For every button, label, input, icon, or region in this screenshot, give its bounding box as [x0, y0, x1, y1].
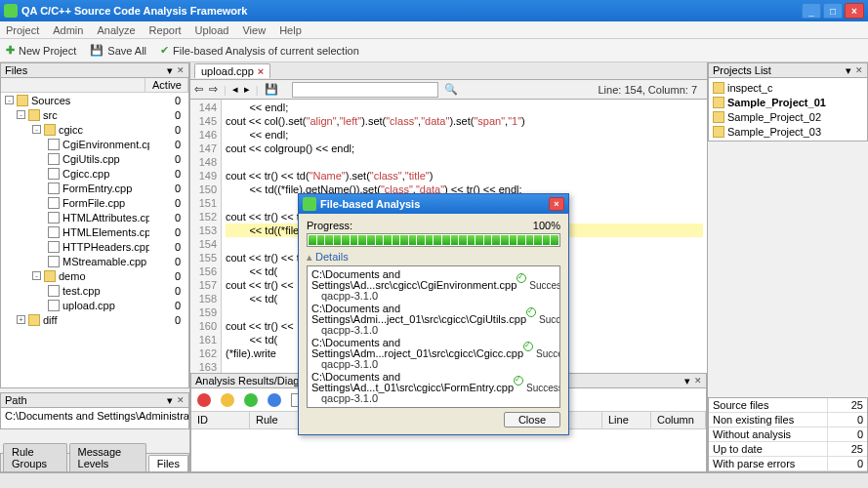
menu-help[interactable]: Help [279, 24, 302, 36]
editor-toolbar: ⇦ ⇨ | ◂ ▸ | 💾 🔍 Line: 154, Column: 7 [190, 80, 707, 100]
save-all-button[interactable]: 💾Save All [90, 44, 146, 57]
analysis-file-list[interactable]: C:\Documents and Settings\Ad...src\cgicc… [307, 265, 560, 408]
analysis-file-row[interactable]: C:\Documents and Settings\Adm...ect_01\s… [310, 405, 558, 408]
stats-key: Non existing files [709, 413, 828, 427]
nav-back-icon[interactable]: ⇦ [194, 83, 203, 96]
tree-item[interactable]: HTMLAttributes.cpp0 [1, 210, 188, 224]
tree-item[interactable]: -cgicc0 [1, 122, 188, 137]
dialog-close-button[interactable]: Close [504, 412, 560, 427]
expand-icon[interactable]: - [32, 271, 41, 280]
panel-menu-icon[interactable]: ▾ [684, 375, 690, 387]
bottom-scrollbar[interactable] [0, 472, 868, 488]
menu-upload[interactable]: Upload [195, 24, 229, 36]
tab-rule-groups[interactable]: Rule Groups [3, 443, 67, 471]
prev-icon[interactable]: ◂ [232, 83, 238, 96]
tree-item[interactable]: FormEntry.cpp0 [1, 181, 188, 195]
project-item[interactable]: Sample_Project_01 [711, 95, 865, 109]
expand-icon[interactable]: + [17, 315, 25, 324]
menu-view[interactable]: View [242, 24, 266, 36]
file-analysis-button[interactable]: ✔File-based Analysis of current selectio… [160, 44, 359, 57]
tree-item[interactable]: -Sources0 [1, 93, 188, 107]
stats-value: 25 [828, 398, 867, 412]
tree-item[interactable]: test.cpp0 [1, 283, 188, 298]
file-icon [48, 226, 60, 238]
editor-tab-close-icon[interactable]: × [258, 65, 264, 77]
project-item[interactable]: inspect_c [711, 80, 865, 95]
folder-icon [17, 95, 28, 106]
progress-percent: 100% [533, 220, 560, 231]
file-icon [48, 212, 60, 224]
save-icon[interactable]: 💾 [265, 83, 278, 96]
success-icon [526, 307, 536, 317]
stats-table: Source files25Non existing files0Without… [708, 397, 868, 472]
search-input[interactable] [292, 82, 438, 98]
stats-value: 25 [828, 442, 867, 456]
panel-menu-icon[interactable]: ▾ [167, 394, 173, 407]
project-item[interactable]: Sample_Project_03 [711, 124, 865, 139]
tab-files[interactable]: Files [148, 455, 188, 471]
files-panel-header: Files ▾ ✕ [0, 62, 189, 78]
search-icon[interactable]: 🔍 [444, 83, 458, 96]
tree-item[interactable]: HTMLElements.cpp0 [1, 224, 188, 239]
analysis-file-row[interactable]: C:\Documents and Settings\Admi...ject_01… [310, 303, 558, 337]
folder-icon [713, 82, 724, 94]
next-icon[interactable]: ▸ [244, 83, 250, 96]
menu-admin[interactable]: Admin [53, 24, 83, 36]
project-item[interactable]: Sample_Project_02 [711, 109, 865, 124]
filter-ok-icon[interactable] [244, 393, 258, 407]
filter-warn-icon[interactable] [221, 393, 234, 407]
minimize-button[interactable]: _ [802, 3, 821, 19]
path-panel-close-icon[interactable]: ✕ [177, 395, 185, 405]
expand-icon[interactable]: - [32, 125, 41, 134]
tree-item[interactable]: +diff0 [1, 312, 188, 327]
tree-label: HTMLAttributes.cpp [62, 212, 149, 224]
tree-item[interactable]: CgiEnvironment.cpp0 [1, 137, 188, 151]
expand-icon[interactable]: - [5, 96, 14, 104]
analysis-panel-close-icon[interactable]: ✕ [694, 376, 702, 386]
tree-item[interactable]: Cgicc.cpp0 [1, 166, 188, 181]
stats-row: With parse errors0 [709, 457, 867, 471]
plus-icon: ✚ [6, 44, 15, 57]
analysis-file-row[interactable]: C:\Documents and Settings\Ad...t_01\src\… [310, 371, 558, 405]
tree-item[interactable]: -src0 [1, 107, 188, 122]
analysis-file-row[interactable]: C:\Documents and Settings\Adm...roject_0… [310, 337, 558, 371]
close-button[interactable]: × [845, 3, 864, 19]
dialog-close-icon[interactable]: × [549, 197, 564, 211]
success-icon [523, 342, 533, 351]
tree-item[interactable]: MStreamable.cpp0 [1, 254, 188, 268]
col-line[interactable]: Line [602, 412, 651, 428]
projects-panel-close-icon[interactable]: ✕ [855, 65, 863, 75]
dialog-titlebar[interactable]: File-based Analysis × [299, 194, 568, 214]
files-panel-close-icon[interactable]: ✕ [177, 65, 185, 75]
maximize-button[interactable]: □ [823, 3, 843, 19]
filter-error-icon[interactable] [197, 393, 211, 407]
tree-item[interactable]: upload.cpp0 [1, 298, 188, 312]
path-panel-header: Path ▾ ✕ [0, 392, 189, 408]
files-tree[interactable]: Active -Sources0-src0-cgicc0CgiEnvironme… [0, 78, 189, 388]
analysis-file-row[interactable]: C:\Documents and Settings\Ad...src\cgicc… [310, 268, 558, 303]
file-icon [48, 153, 60, 165]
details-toggle[interactable]: Details [307, 251, 349, 264]
expand-icon[interactable]: - [17, 110, 25, 119]
editor-tab-upload[interactable]: upload.cpp × [194, 63, 270, 78]
projects-list[interactable]: inspect_cSample_Project_01Sample_Project… [708, 78, 868, 142]
menu-analyze[interactable]: Analyze [97, 24, 135, 36]
panel-menu-icon[interactable]: ▾ [167, 64, 173, 77]
status-label: Success [539, 314, 560, 325]
tree-item[interactable]: FormFile.cpp0 [1, 195, 188, 210]
filter-info-icon[interactable] [268, 393, 281, 407]
menu-project[interactable]: Project [6, 24, 39, 36]
tree-item[interactable]: HTTPHeaders.cpp0 [1, 239, 188, 254]
menu-report[interactable]: Report [149, 24, 182, 36]
tree-item[interactable]: CgiUtils.cpp0 [1, 151, 188, 166]
col-column[interactable]: Column [651, 412, 706, 428]
panel-menu-icon[interactable]: ▾ [846, 64, 851, 77]
projects-panel-title: Projects List [713, 64, 771, 76]
new-project-button[interactable]: ✚New Project [6, 44, 76, 57]
nav-fwd-icon[interactable]: ⇨ [209, 83, 218, 96]
check-icon: ✔ [160, 44, 169, 57]
tab-message-levels[interactable]: Message Levels [69, 443, 146, 471]
tree-item[interactable]: -demo0 [1, 268, 188, 283]
col-id[interactable]: ID [191, 412, 250, 428]
left-tabs: Rule Groups Message Levels Files [0, 453, 189, 472]
